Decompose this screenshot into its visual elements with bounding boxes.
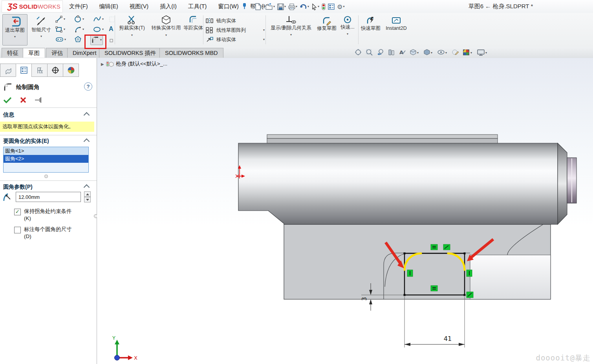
relation-equal-badge[interactable] xyxy=(431,286,437,291)
text-tool[interactable]: A xyxy=(109,25,113,33)
menu-file[interactable]: 文件(F) xyxy=(68,2,90,11)
list-resize-grip[interactable] xyxy=(44,175,48,178)
display-style-icon[interactable]: ▾ xyxy=(423,49,434,58)
keep-constraints-checkbox[interactable]: ✓ xyxy=(14,209,21,215)
feature-tree-root-label[interactable]: 枪身 (默认<<默认>_... xyxy=(116,60,168,67)
tab-dimxpert-manager[interactable] xyxy=(47,64,63,77)
move-entities-button[interactable]: 移动实体 ▾ xyxy=(206,35,265,44)
dimension-3-text[interactable]: 3 xyxy=(361,297,368,301)
fillet-radius-input[interactable] xyxy=(16,192,81,202)
options-list-icon[interactable] xyxy=(328,3,335,10)
keep-constraints-checkbox-row[interactable]: ✓ 保持拐角处约束条件 (K) xyxy=(14,208,89,222)
spinner-up-icon[interactable] xyxy=(84,191,91,197)
ok-button[interactable] xyxy=(3,96,12,105)
list-item-fillet-2[interactable]: 圆角<2> xyxy=(4,155,88,163)
menu-tools[interactable]: 工具(T) xyxy=(187,2,209,11)
relation-merge-badge[interactable] xyxy=(443,244,450,250)
tab-dimxpert[interactable]: DimXpert xyxy=(67,48,102,58)
entities-section-header[interactable]: 要圆角化的实体(E) xyxy=(3,138,90,145)
view-orientation-icon[interactable]: ▾ xyxy=(410,49,420,58)
annotation-view-icon[interactable]: A xyxy=(399,49,406,58)
tab-features[interactable]: 特征 xyxy=(2,48,24,58)
sketch-vertex[interactable] xyxy=(464,253,466,255)
sketch-vertex[interactable] xyxy=(404,294,406,296)
help-button[interactable]: ? xyxy=(84,82,92,91)
radius-spinner[interactable] xyxy=(84,191,91,202)
open-button[interactable]: ▾ xyxy=(265,3,275,11)
repair-sketch-button[interactable]: 修复草图 xyxy=(317,16,337,32)
collapse-chevron-icon[interactable] xyxy=(84,138,90,144)
smart-dimension-button[interactable]: 智能尺寸 ▾ xyxy=(29,14,53,45)
tab-configuration-manager[interactable] xyxy=(31,64,47,77)
exit-sketch-button[interactable]: 退出草图 ▾ xyxy=(2,14,27,46)
relation-merge-badge[interactable] xyxy=(467,292,473,298)
spline-tool[interactable]: ▾ xyxy=(93,15,104,23)
zoom-fit-icon[interactable] xyxy=(355,49,362,58)
menu-insert[interactable]: 插入(I) xyxy=(158,2,178,11)
model-rail-top[interactable] xyxy=(267,135,498,138)
polygon-tool[interactable] xyxy=(74,36,82,43)
select-cursor-button[interactable]: ▾ xyxy=(311,3,320,11)
dimension-each-fillet-checkbox[interactable] xyxy=(14,227,21,233)
quick-snaps-button[interactable]: 快速... ▾ xyxy=(339,15,357,36)
undo-button[interactable]: ▾ xyxy=(299,3,309,11)
list-item-fillet-1[interactable]: 圆角<1> xyxy=(4,147,88,155)
tree-expand-icon[interactable]: ▶ xyxy=(101,62,104,66)
sketch-vertex[interactable] xyxy=(404,253,406,255)
menu-view[interactable]: 视图(V) xyxy=(128,2,150,11)
rectangle-tool[interactable]: ▾ xyxy=(55,25,65,33)
rapid-sketch-button[interactable]: 快速草图 xyxy=(361,16,381,32)
dimension-41-text[interactable]: 41 xyxy=(444,335,452,342)
collapse-chevron-icon[interactable] xyxy=(84,184,90,190)
spinner-down-icon[interactable] xyxy=(84,197,91,202)
mirror-entities-button[interactable]: 镜向实体 xyxy=(206,16,265,25)
tab-display-manager[interactable] xyxy=(63,64,79,77)
model-rail-bottom[interactable] xyxy=(267,138,498,143)
instant2d-button[interactable]: Instant2D xyxy=(383,16,410,32)
zoom-area-icon[interactable] xyxy=(366,49,373,58)
dimension-each-fillet-checkbox-row[interactable]: 标注每个圆角的尺寸 (D) xyxy=(14,226,89,240)
cancel-button[interactable] xyxy=(20,96,27,105)
collapse-chevron-icon[interactable] xyxy=(84,112,90,118)
relation-vertical-badge[interactable] xyxy=(467,270,472,277)
model-canvas[interactable]: 41 3 Y X xyxy=(97,58,593,364)
print-button[interactable]: ▾ xyxy=(288,3,298,11)
slot-tool[interactable]: ▾ xyxy=(55,36,66,43)
rebuild-traffic-light-icon[interactable] xyxy=(321,3,326,11)
arc-tool[interactable]: ▾ xyxy=(74,25,84,33)
edit-appearance-icon[interactable] xyxy=(452,49,459,58)
trim-entities-button[interactable]: 剪裁实体(T) ▾ xyxy=(117,15,147,37)
display-relations-button[interactable]: 显示/删除几何关系 ▾ xyxy=(268,15,314,36)
tab-solidworks-mbd[interactable]: SOLIDWORKS MBD xyxy=(159,48,223,58)
tab-feature-manager[interactable] xyxy=(0,64,16,77)
settings-gear-button[interactable]: ⚙▾ xyxy=(337,3,345,11)
apply-scene-icon[interactable]: ▾ xyxy=(463,49,473,58)
view-settings-icon[interactable]: ▾ xyxy=(477,49,489,58)
keep-visible-pin-button[interactable] xyxy=(35,97,43,105)
section-view-icon[interactable] xyxy=(388,49,395,58)
info-section-header[interactable]: 信息 xyxy=(3,111,90,118)
line-tool[interactable]: ▾ xyxy=(55,15,65,23)
menu-window[interactable]: 窗口(W) xyxy=(216,2,240,11)
model-barrel[interactable] xyxy=(238,135,577,224)
save-button[interactable]: ▾ xyxy=(277,3,286,11)
convert-entities-button[interactable]: 转换实体引用 ▾ xyxy=(148,15,184,37)
relation-equal-badge[interactable] xyxy=(431,244,437,250)
feature-tree-root[interactable]: ▶ 枪身 (默认<<默认>_... xyxy=(101,60,167,67)
tab-solidworks-addins[interactable]: SOLIDWORKS 插件 xyxy=(99,48,161,58)
sketch-vertex[interactable] xyxy=(464,294,466,296)
relation-vertical-badge[interactable] xyxy=(407,270,413,277)
hide-show-items-icon[interactable]: ▾ xyxy=(437,49,448,58)
tab-sketch[interactable]: 草图 xyxy=(23,48,45,58)
offset-entities-button[interactable]: 等距实体 xyxy=(185,15,202,31)
circle-tool[interactable]: ▾ xyxy=(74,15,84,23)
params-section-header[interactable]: 圆角参数(P) xyxy=(3,184,90,191)
tab-evaluate[interactable]: 评估 xyxy=(46,48,68,58)
dimension-41[interactable]: 41 xyxy=(404,335,465,346)
model-end-cap[interactable] xyxy=(558,143,567,224)
ellipse-tool[interactable]: ▾ xyxy=(93,25,104,33)
model-receiver-plate[interactable] xyxy=(284,224,551,299)
graphics-viewport[interactable]: 41 3 Y X ▶ xyxy=(97,58,593,364)
menu-edit[interactable]: 编辑(E) xyxy=(98,2,120,11)
linear-pattern-button[interactable]: 线性草图阵列 ▾ xyxy=(206,25,265,35)
